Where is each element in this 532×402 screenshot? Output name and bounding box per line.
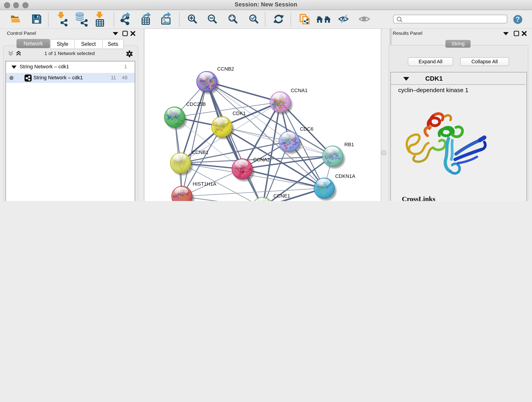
- svg-text:CDKN1A: CDKN1A: [335, 173, 355, 179]
- svg-text:?: ?: [516, 15, 520, 23]
- svg-text:RB1: RB1: [344, 142, 354, 147]
- svg-text:CDK1: CDK1: [233, 110, 246, 116]
- svg-text:CDC25B: CDC25B: [186, 101, 206, 107]
- svg-text:CCNB2: CCNB2: [217, 66, 234, 72]
- svg-text:CCNA2: CCNA2: [253, 157, 270, 162]
- svg-text:CCNE1: CCNE1: [273, 193, 290, 199]
- svg-text:CCNA1: CCNA1: [291, 88, 307, 93]
- svg-text:CDC6: CDC6: [300, 126, 313, 132]
- svg-text:CCNB1: CCNB1: [192, 149, 209, 155]
- svg-text:HIST1H1A: HIST1H1A: [193, 181, 216, 187]
